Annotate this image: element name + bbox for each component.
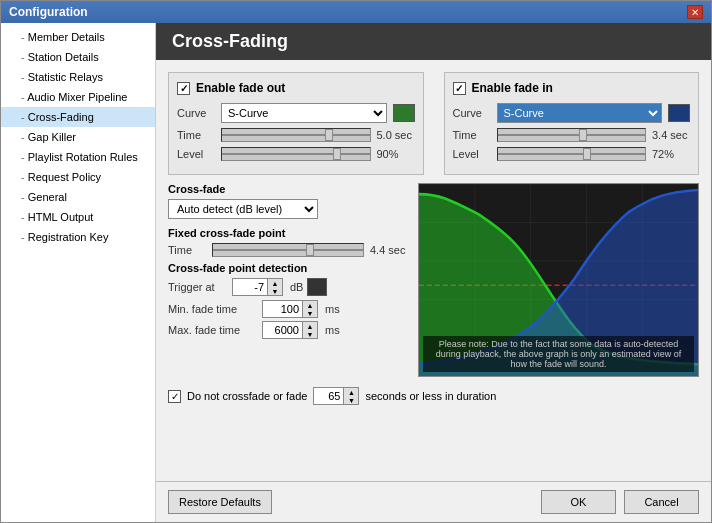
fixed-time-label: Time [168, 244, 206, 256]
max-fade-spinbox[interactable]: ▲ ▼ [262, 321, 318, 339]
fade-in-time-label: Time [453, 129, 491, 141]
trigger-down-button[interactable]: ▼ [268, 287, 282, 295]
sidebar-item-gap-killer[interactable]: Gap Killer [1, 127, 155, 147]
fade-in-time-value: 3.4 sec [652, 129, 690, 141]
trigger-row: Trigger at ▲ ▼ dB [168, 278, 408, 296]
fade-in-title: Enable fade in [453, 81, 691, 95]
sidebar-item-station-details[interactable]: Station Details [1, 47, 155, 67]
no-crossfade-input[interactable] [313, 387, 343, 405]
main-content: Cross-Fading Enable fade out Curve S-Cur… [156, 23, 711, 522]
content-header: Cross-Fading [156, 23, 711, 60]
footer: Restore Defaults OK Cancel [156, 481, 711, 522]
fade-out-curve-select[interactable]: S-Curve Linear Logarithmic [221, 103, 387, 123]
fade-out-level-slider[interactable] [221, 147, 371, 161]
bottom-checkbox-row: Do not crossfade or fade ▲ ▼ seconds or … [168, 387, 699, 405]
sidebar-item-audio-mixer-pipeline[interactable]: Audio Mixer Pipeline [1, 87, 155, 107]
max-fade-unit: ms [325, 324, 340, 336]
no-crossfade-down-button[interactable]: ▼ [344, 396, 358, 404]
no-crossfade-checkbox[interactable] [168, 390, 181, 403]
graph-area: Please note: Due to the fact that some d… [418, 183, 699, 377]
fade-in-time-row: Time 3.4 sec [453, 128, 691, 142]
window-body: Member DetailsStation DetailsStatistic R… [1, 23, 711, 522]
fade-in-level-slider[interactable] [497, 147, 647, 161]
enable-fade-out-label: Enable fade out [196, 81, 285, 95]
fade-out-time-slider[interactable] [221, 128, 371, 142]
sidebar-item-general[interactable]: General [1, 187, 155, 207]
max-fade-down-button[interactable]: ▼ [303, 330, 317, 338]
sidebar-item-statistic-relays[interactable]: Statistic Relays [1, 67, 155, 87]
sidebar-item-registration-key[interactable]: Registration Key [1, 227, 155, 247]
fade-out-curve-row: Curve S-Curve Linear Logarithmic [177, 103, 415, 123]
fixed-time-row: Time 4.4 sec [168, 243, 408, 257]
max-fade-up-button[interactable]: ▲ [303, 322, 317, 330]
fade-in-level-value: 72% [652, 148, 690, 160]
min-fade-unit: ms [325, 303, 340, 315]
max-fade-label: Max. fade time [168, 324, 258, 336]
sidebar-item-cross-fading[interactable]: Cross-Fading [1, 107, 155, 127]
fade-in-time-slider[interactable] [497, 128, 647, 142]
max-fade-row: Max. fade time ▲ ▼ ms [168, 321, 408, 339]
ok-button[interactable]: OK [541, 490, 616, 514]
graph-note: Please note: Due to the fact that some d… [423, 336, 694, 372]
content-body: Enable fade out Curve S-Curve Linear Log… [156, 60, 711, 481]
fixed-time-value: 4.4 sec [370, 244, 408, 256]
fixed-time-slider[interactable] [212, 243, 364, 257]
trigger-spin-buttons[interactable]: ▲ ▼ [267, 278, 283, 296]
enable-fade-in-checkbox[interactable] [453, 82, 466, 95]
trigger-label: Trigger at [168, 281, 228, 293]
fade-in-curve-row: Curve S-Curve Linear Logarithmic [453, 103, 691, 123]
max-fade-spin-buttons[interactable]: ▲ ▼ [302, 321, 318, 339]
fade-out-level-label: Level [177, 148, 215, 160]
fade-sections-row: Enable fade out Curve S-Curve Linear Log… [168, 72, 699, 175]
lower-section: Cross-fade Auto detect (dB level) Fixed … [168, 183, 699, 377]
trigger-unit: dB [290, 281, 303, 293]
fade-in-color-swatch [668, 104, 690, 122]
no-crossfade-prefix: Do not crossfade or fade [187, 390, 307, 402]
fade-in-level-label: Level [453, 148, 491, 160]
sidebar-item-request-policy[interactable]: Request Policy [1, 167, 155, 187]
sidebar-item-member-details[interactable]: Member Details [1, 27, 155, 47]
trigger-input[interactable] [232, 278, 267, 296]
fade-out-level-row: Level 90% [177, 147, 415, 161]
page-title: Cross-Fading [172, 31, 288, 51]
title-bar: Configuration ✕ [1, 1, 711, 23]
crossfade-select[interactable]: Auto detect (dB level) Fixed cross-fade … [168, 199, 318, 219]
fade-out-color-swatch [393, 104, 415, 122]
min-fade-up-button[interactable]: ▲ [303, 301, 317, 309]
main-window: Configuration ✕ Member DetailsStation De… [0, 0, 712, 523]
fade-in-curve-label: Curve [453, 107, 491, 119]
min-fade-spin-buttons[interactable]: ▲ ▼ [302, 300, 318, 318]
min-fade-spinbox[interactable]: ▲ ▼ [262, 300, 318, 318]
fade-out-curve-label: Curve [177, 107, 215, 119]
enable-fade-in-label: Enable fade in [472, 81, 553, 95]
trigger-spinbox[interactable]: ▲ ▼ [232, 278, 283, 296]
restore-defaults-button[interactable]: Restore Defaults [168, 490, 272, 514]
no-crossfade-spin-buttons[interactable]: ▲ ▼ [343, 387, 359, 405]
fade-in-curve-select[interactable]: S-Curve Linear Logarithmic [497, 103, 663, 123]
left-controls: Cross-fade Auto detect (dB level) Fixed … [168, 183, 408, 377]
fade-out-title: Enable fade out [177, 81, 415, 95]
sidebar-item-html-output[interactable]: HTML Output [1, 207, 155, 227]
fade-out-time-label: Time [177, 129, 215, 141]
trigger-up-button[interactable]: ▲ [268, 279, 282, 287]
enable-fade-out-checkbox[interactable] [177, 82, 190, 95]
crossfade-label: Cross-fade [168, 183, 408, 195]
min-fade-row: Min. fade time ▲ ▼ ms [168, 300, 408, 318]
detection-label: Cross-fade point detection [168, 262, 408, 274]
fade-out-level-value: 90% [377, 148, 415, 160]
close-button[interactable]: ✕ [687, 5, 703, 19]
min-fade-label: Min. fade time [168, 303, 258, 315]
no-crossfade-spinbox[interactable]: ▲ ▼ [313, 387, 359, 405]
no-crossfade-up-button[interactable]: ▲ [344, 388, 358, 396]
fade-in-section: Enable fade in Curve S-Curve Linear Loga… [444, 72, 700, 175]
fixed-crossfade-label: Fixed cross-fade point [168, 227, 408, 239]
cancel-button[interactable]: Cancel [624, 490, 699, 514]
fade-in-level-row: Level 72% [453, 147, 691, 161]
no-crossfade-suffix: seconds or less in duration [365, 390, 496, 402]
min-fade-down-button[interactable]: ▼ [303, 309, 317, 317]
max-fade-input[interactable] [262, 321, 302, 339]
fade-out-time-row: Time 5.0 sec [177, 128, 415, 142]
min-fade-input[interactable] [262, 300, 302, 318]
sidebar-item-playlist-rotation-rules[interactable]: Playlist Rotation Rules [1, 147, 155, 167]
window-title: Configuration [9, 5, 88, 19]
